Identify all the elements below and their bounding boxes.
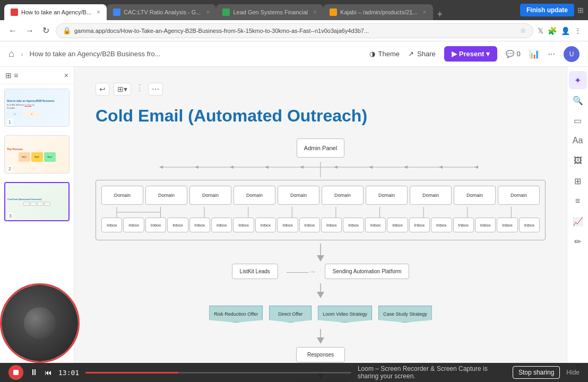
comment-count: 0 bbox=[516, 50, 520, 58]
admin-panel-row: Admin Panel bbox=[96, 138, 546, 158]
text-style-button[interactable]: Aa bbox=[569, 132, 587, 150]
tab-close-3[interactable]: × bbox=[313, 8, 317, 16]
svg-marker-31 bbox=[317, 337, 324, 344]
present-button[interactable]: ▶ Present ▾ bbox=[444, 46, 498, 62]
star-icon[interactable]: ☆ bbox=[520, 27, 526, 34]
tab-favicon-1 bbox=[11, 8, 18, 16]
comment-button[interactable]: 💬 0 bbox=[506, 50, 520, 58]
domain-box-1: Domain bbox=[101, 186, 143, 205]
loom-message: Loom – Screen Recorder & Screen Capture … bbox=[358, 365, 506, 380]
menu-icon[interactable]: ⋮ bbox=[574, 27, 582, 35]
layout-button[interactable]: ▭ bbox=[569, 111, 587, 129]
refresh-button[interactable]: ↻ bbox=[40, 23, 51, 38]
stop-sharing-button[interactable]: Stop sharing bbox=[513, 366, 560, 379]
chart-right-button[interactable]: 📈 bbox=[569, 212, 587, 230]
sidebar-header: ⊞ ≡ × bbox=[0, 67, 74, 84]
arrow-right-icon: ———→ bbox=[287, 267, 316, 276]
sending-row: ListKit Leads ———→ Sending Automation Pl… bbox=[96, 264, 546, 279]
tab-close-4[interactable]: × bbox=[423, 8, 427, 16]
breadcrumb: How to take an Agency/B2B Business fro..… bbox=[30, 50, 161, 58]
table-button[interactable]: ⊞ bbox=[569, 172, 587, 190]
edit-button[interactable]: ✏ bbox=[569, 232, 587, 250]
stop-record-button[interactable] bbox=[8, 365, 23, 380]
address-bar[interactable]: 🔒 gamma.app/docs/How-to-Take-an-Agency-B… bbox=[56, 23, 533, 38]
theme-icon: ◑ bbox=[369, 50, 375, 58]
redo-layout-button[interactable]: ⊞▾ bbox=[114, 83, 131, 96]
sidebar-close-button[interactable]: × bbox=[64, 71, 68, 80]
finish-update-button[interactable]: Finish update bbox=[520, 4, 574, 16]
domain-box-7: Domain bbox=[366, 186, 408, 205]
svg-marker-7 bbox=[300, 166, 304, 169]
undo-button[interactable]: ↩ bbox=[96, 83, 109, 96]
loom-video-label: Loom Video Strategy bbox=[323, 311, 367, 317]
svg-marker-6 bbox=[265, 166, 269, 169]
pause-button[interactable]: ⏸ bbox=[30, 368, 38, 377]
inbox-row: Inbox Inbox Inbox Inbox Inbox Inbox Inbo… bbox=[101, 218, 540, 232]
search-right-button[interactable]: 🔍 bbox=[569, 91, 587, 109]
hide-button[interactable]: Hide bbox=[566, 369, 580, 376]
share-label: Share bbox=[417, 50, 436, 58]
twitter-icon[interactable]: 𝕏 bbox=[538, 27, 543, 35]
tab-favicon-2 bbox=[113, 8, 120, 16]
user-avatar[interactable]: U bbox=[564, 46, 580, 62]
profile-icon[interactable]: 👤 bbox=[561, 27, 570, 35]
image-button[interactable]: 🖼 bbox=[569, 152, 587, 170]
ai-button[interactable]: ✦ bbox=[569, 71, 587, 89]
svg-marker-12 bbox=[474, 166, 478, 169]
toolbar-right: ◑ Theme ↗ Share ▶ Present ▾ 💬 0 📊 ··· U bbox=[369, 46, 580, 62]
list-view-button[interactable]: ≡ bbox=[14, 71, 18, 80]
tab-close-2[interactable]: × bbox=[206, 8, 210, 16]
slide-number-1: 1 bbox=[7, 119, 13, 125]
stop-icon bbox=[13, 370, 19, 375]
content-toolbar: ↩ ⊞▾ ⋮ ⋯ bbox=[96, 83, 546, 96]
admin-panel-box: Admin Panel bbox=[297, 138, 344, 158]
domain-to-inbox-arrows bbox=[101, 207, 540, 218]
slide-number-2: 2 bbox=[7, 166, 13, 172]
nav-right: 𝕏 🧩 👤 ⋮ bbox=[538, 27, 582, 35]
grid-view-button[interactable]: ⊞ bbox=[5, 71, 12, 80]
slide-thumbnail-2[interactable]: The Process Step 1 Step 2 Step 3 2 bbox=[4, 135, 70, 173]
slide-preview-3: Cold Email (Automated Outreach) bbox=[5, 183, 68, 220]
more-options-button[interactable]: ··· bbox=[548, 49, 555, 59]
content-area: ↩ ⊞▾ ⋮ ⋯ Cold Email (Automated Outreach)… bbox=[74, 67, 567, 382]
comment-icon: 💬 bbox=[506, 50, 514, 58]
sending-label: Sending Automation Platform bbox=[333, 268, 402, 274]
home-icon[interactable]: ⌂ bbox=[8, 48, 14, 59]
slide-thumbnail-3[interactable]: Cold Email (Automated Outreach) 3 bbox=[4, 182, 70, 221]
browser-tabs: How to take an Agency/B... × CAC:LTV Rat… bbox=[4, 0, 518, 20]
extensions-button[interactable]: ⊞ bbox=[577, 6, 584, 14]
theme-button[interactable]: ◑ Theme bbox=[369, 50, 400, 58]
slide-preview-2: The Process Step 1 Step 2 Step 3 bbox=[5, 136, 69, 173]
strategy-case-study: Case Study Strategy bbox=[378, 306, 432, 323]
case-study-label: Case Study Strategy bbox=[383, 311, 427, 317]
forward-button[interactable]: → bbox=[23, 24, 36, 38]
slide-thumbnail-1[interactable]: How to take an Agency/B2B Business from … bbox=[4, 89, 70, 127]
back-button[interactable]: ← bbox=[6, 24, 19, 38]
inbox-16: Inbox bbox=[431, 218, 452, 232]
domain-box-8: Domain bbox=[410, 186, 452, 205]
tab-favicon-4 bbox=[330, 8, 337, 16]
list-right-button[interactable]: ≡ bbox=[569, 192, 587, 210]
flowchart: Admin Panel bbox=[96, 138, 546, 382]
tab-3[interactable]: Lead Gen Systems Financial × bbox=[216, 4, 323, 20]
domain-box-3: Domain bbox=[189, 186, 231, 205]
tab-close-1[interactable]: × bbox=[97, 8, 100, 16]
inbox-4: Inbox bbox=[167, 218, 188, 232]
person-silhouette bbox=[24, 307, 56, 339]
down-arrow-svg bbox=[313, 244, 328, 263]
tab-1[interactable]: How to take an Agency/B... × bbox=[4, 4, 107, 20]
new-tab-button[interactable]: + bbox=[433, 9, 447, 20]
inbox-14: Inbox bbox=[387, 218, 408, 232]
chevron-down-icon: ▾ bbox=[486, 50, 490, 58]
share-button[interactable]: ↗ Share bbox=[408, 50, 436, 58]
more-toolbar-button[interactable]: ⋯ bbox=[148, 83, 163, 96]
sending-automation-box: Sending Automation Platform bbox=[325, 264, 410, 279]
tab-2[interactable]: CAC:LTV Ratio Analysis - G... × bbox=[107, 4, 216, 20]
strategy-loom-video: Loom Video Strategy bbox=[318, 306, 372, 323]
extensions-icon[interactable]: 🧩 bbox=[548, 27, 557, 35]
tab-4[interactable]: Kajabi – /admin/products/21... × bbox=[323, 4, 433, 20]
domain-box-5: Domain bbox=[278, 186, 319, 205]
analytics-button[interactable]: 📊 bbox=[529, 49, 540, 59]
direct-offer-label: Direct Offer bbox=[278, 311, 302, 317]
rewind-button[interactable]: ⏮ bbox=[45, 368, 52, 377]
